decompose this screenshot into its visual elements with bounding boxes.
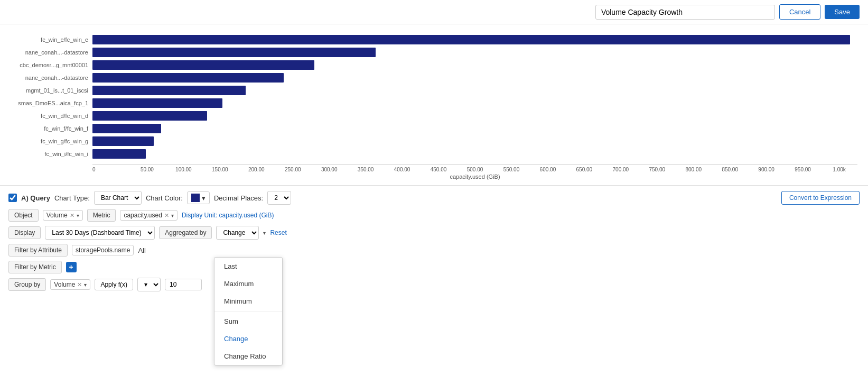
x-tick: 700.00 xyxy=(602,167,639,172)
x-tick: 950.00 xyxy=(785,167,821,172)
bar-fill xyxy=(92,35,850,44)
bar-track xyxy=(92,73,857,83)
apply-button[interactable]: Apply f(x) xyxy=(95,279,133,290)
aggregated-select[interactable]: Change xyxy=(216,226,259,240)
bar-label: nane_conah...-datastore xyxy=(11,49,92,56)
query-row-3: Display Last 30 Days (Dashboard Time) Ag… xyxy=(8,226,860,240)
table-row: fc_win_i/fc_win_i xyxy=(11,149,857,159)
x-tick: 300.00 xyxy=(311,167,348,172)
filter-metric-label-box: Filter by Metric xyxy=(8,261,62,273)
group-label-box: Group by xyxy=(8,278,46,291)
table-row: fc_win_d/fc_win_d xyxy=(11,111,857,121)
x-tick: 350.00 xyxy=(348,167,384,172)
x-axis-label: capacity.used (GiB) xyxy=(92,173,857,180)
title-input[interactable] xyxy=(595,5,775,20)
bar-fill xyxy=(92,98,222,108)
query-row-4: Filter by Attribute storagePools.name Al… xyxy=(8,244,860,257)
bar-fill xyxy=(92,48,376,57)
bar-fill xyxy=(92,136,154,146)
chart-type-select[interactable]: Bar Chart xyxy=(94,191,142,205)
reset-link[interactable]: Reset xyxy=(270,229,286,236)
aggregated-chevron[interactable]: ▾ xyxy=(263,230,266,236)
x-tick: 100.00 xyxy=(165,167,202,172)
group-clear-icon[interactable]: ✕ xyxy=(77,281,82,288)
bar-track xyxy=(92,136,857,146)
dropdown-item[interactable]: Maximum xyxy=(214,275,282,292)
x-tick: 750.00 xyxy=(639,167,675,172)
query-row-6: Group by Volume ✕ ▾ Apply f(x) ▾ xyxy=(8,278,860,291)
query-label: A) Query xyxy=(21,194,50,202)
display-unit-link[interactable]: Display Unit: capacity.used (GiB) xyxy=(182,212,274,219)
x-tick: 250.00 xyxy=(275,167,311,172)
display-value-select[interactable]: Last 30 Days (Dashboard Time) xyxy=(45,226,155,240)
apply-direction-select[interactable]: ▾ xyxy=(137,278,161,291)
bar-fill xyxy=(92,111,207,121)
bar-label: fc_win_g/fc_win_g xyxy=(11,138,92,144)
bar-fill xyxy=(92,73,284,83)
group-value-text: Volume xyxy=(54,281,75,288)
filter-attr-value-text: All xyxy=(138,246,145,254)
aggregated-label: Aggregated by xyxy=(165,229,206,236)
bar-track xyxy=(92,35,857,44)
dropdown-item[interactable]: Minimum xyxy=(214,292,282,301)
x-tick: 200.00 xyxy=(238,167,275,172)
table-row: fc_win_f/fc_win_f xyxy=(11,124,857,133)
bar-track xyxy=(92,48,857,57)
metric-arrow-icon[interactable]: ▾ xyxy=(171,213,174,218)
chevron-down-icon: ▾ xyxy=(202,194,206,202)
table-row: cbc_demosr...g_mnt00001 xyxy=(11,60,857,70)
query-row-1: A) Query Chart Type: Bar Chart Chart Col… xyxy=(8,191,860,205)
color-box xyxy=(191,194,200,202)
apply-value-input[interactable] xyxy=(165,279,202,290)
object-label-box: Object xyxy=(8,209,39,222)
bar-track xyxy=(92,98,857,108)
decimal-places-select[interactable]: 2 xyxy=(267,191,291,205)
filter-metric-add-button[interactable]: + xyxy=(66,262,77,272)
decimal-places-label: Decimal Places: xyxy=(214,194,263,202)
object-clear-icon[interactable]: ✕ xyxy=(70,212,74,219)
x-tick: 150.00 xyxy=(202,167,238,172)
bar-label: cbc_demosr...g_mnt00001 xyxy=(11,62,92,68)
metric-clear-icon[interactable]: ✕ xyxy=(164,212,169,219)
object-arrow-icon[interactable]: ▾ xyxy=(77,213,79,218)
x-tick: 1.00k xyxy=(821,167,857,172)
bar-label: fc_win_e/fc_win_e xyxy=(11,36,92,43)
bar-track xyxy=(92,149,857,159)
chart-color-swatch[interactable]: ▾ xyxy=(187,191,210,204)
table-row: fc_win_e/fc_win_e xyxy=(11,35,857,44)
object-value-tag: Volume ✕ ▾ xyxy=(43,210,83,221)
metric-value-tag: capacity.used ✕ ▾ xyxy=(120,210,178,221)
save-button[interactable]: Save xyxy=(825,5,860,19)
convert-to-expression-button[interactable]: Convert to Expression xyxy=(781,191,860,205)
aggregated-label-box: Aggregated by xyxy=(159,226,212,239)
bar-track xyxy=(92,124,857,133)
chart-type-label: Chart Type: xyxy=(54,194,90,202)
filter-attr-label: Filter by Attribute xyxy=(14,246,62,254)
query-row-2: Object Volume ✕ ▾ Metric capacity.used ✕… xyxy=(8,209,860,222)
metric-label-box: Metric xyxy=(87,209,116,222)
bar-fill xyxy=(92,124,161,133)
aggregated-dropdown: LastMaximumMinimumSumChangeChange Ratio xyxy=(214,257,283,301)
bar-chart: fc_win_e/fc_win_enane_conah...-datastore… xyxy=(11,35,857,162)
x-tick: 450.00 xyxy=(421,167,457,172)
x-tick: 500.00 xyxy=(457,167,493,172)
group-arrow-icon[interactable]: ▾ xyxy=(84,282,87,288)
bar-fill xyxy=(92,149,146,159)
group-value-tag: Volume ✕ ▾ xyxy=(50,279,90,290)
x-tick: 400.00 xyxy=(384,167,421,172)
x-tick: 600.00 xyxy=(529,167,566,172)
dropdown-item[interactable]: Last xyxy=(214,258,282,275)
object-value-text: Volume xyxy=(46,212,68,219)
query-panel: A) Query Chart Type: Bar Chart Chart Col… xyxy=(0,186,868,301)
display-label: Display xyxy=(14,229,35,236)
cancel-button[interactable]: Cancel xyxy=(779,4,820,20)
x-tick: 800.00 xyxy=(675,167,712,172)
filter-attr-field-tag: storagePools.name xyxy=(72,245,134,255)
x-tick: 50.00 xyxy=(129,167,165,172)
bar-track xyxy=(92,60,857,70)
query-checkbox[interactable] xyxy=(8,194,17,202)
table-row: nane_conah...-datastore xyxy=(11,73,857,83)
chart-area: fc_win_e/fc_win_enane_conah...-datastore… xyxy=(0,24,868,186)
x-tick: 650.00 xyxy=(566,167,602,172)
display-label-box: Display xyxy=(8,226,41,239)
